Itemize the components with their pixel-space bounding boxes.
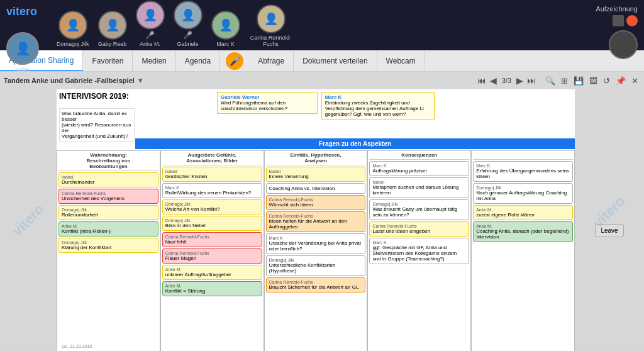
participant-2: 👤 🎤 Anke M. — [136, 1, 165, 47]
col-3: Einfälle, Hypothesen,Analysen IsabelInne… — [264, 150, 368, 351]
save-icon[interactable]: 💾 — [572, 75, 586, 86]
toolbar-webcam[interactable]: Webcam — [377, 50, 425, 71]
col-1: Wahrnehmung:Beschreibung vonBeobachtunge… — [57, 150, 160, 351]
local-user: 👤 Isabel — [6, 32, 39, 72]
sticky-carina-wuenscht: Carina Rennold-FuchsWünscht sich Ideen — [266, 195, 366, 210]
local-avatar: 👤 — [6, 32, 39, 65]
participant-4: 👤 Marc K — [211, 11, 240, 47]
sticky-domagoj-braucht: Domagoj JilkWas braucht Gaby um überhaup… — [369, 199, 469, 220]
sticky-domagoj-blick: Domagoj JilkBlick in den Nebel — [162, 216, 262, 231]
close-icon[interactable]: ✕ — [630, 75, 640, 86]
sticky-carina-sicherheit: Carina Rennold-FuchsBraucht Sicherheit f… — [266, 277, 366, 292]
sticky-marc-prokuristen: Marc KRolle/Wirkung des neuen Prokuriste… — [162, 183, 262, 198]
sticky-anke-konflikt: Anke M.Konflikt (Intra-Rollen-) — [58, 221, 158, 237]
session-label: Tandem Anke und Gabriele -Fallbeispiel — [4, 77, 135, 84]
toolbar: Application Sharing Favoriten Medien Age… — [0, 50, 644, 72]
right-panel: vitero Leave — [575, 89, 644, 351]
comment-gabriele-author: Gabriele Werner — [221, 94, 314, 100]
section-header: Fragen zu den Aspekten — [135, 138, 575, 149]
comment-gabriele: Gabriele Werner Wird Führungsthema auf d… — [217, 92, 318, 114]
col-4: Konsequenzen Marc KAuftragsklärung präzi… — [367, 150, 471, 351]
tool-icons: 🔍 ⊞ 💾 🖼 ↺ 📌 ✕ — [543, 75, 640, 86]
wb-title: INTERIVISOR 2019: — [59, 92, 129, 101]
col-2-header: Ausgelöste Gefühle,Associationen, Bilder — [162, 152, 262, 165]
sticky-anke-coaching: Anke M.Coaching Anita, danach (oder begl… — [473, 221, 573, 242]
grid-icon[interactable]: ⊞ — [559, 75, 570, 86]
mic-icon-2: 🎤 — [145, 31, 155, 40]
nav-next[interactable]: ▶ — [515, 75, 525, 86]
sticky-carina-lasst: Carina Rennold-FuchsLasst uns Ideen eing… — [369, 221, 469, 237]
nav-first[interactable]: ⏮ — [476, 75, 487, 86]
toolbar-abfrage[interactable]: Abfrage — [249, 50, 294, 71]
recording-label: Aufzeichnung — [596, 5, 638, 13]
participant-name-0: Domagoj Jilk — [57, 41, 89, 47]
col-5-header — [473, 152, 573, 160]
question-area: Was bräuchte Anita, damit es besser(wied… — [59, 108, 135, 142]
main-content: vitero vitero Leave INTERIVISOR 2019: Ga… — [0, 89, 644, 351]
dropdown-arrow[interactable]: ▼ — [137, 77, 144, 84]
local-name: Isabel — [15, 66, 30, 72]
sticky-isabel-gordisch: IsabelGordischer Knoten — [162, 167, 262, 182]
refresh-icon[interactable]: ↺ — [601, 75, 612, 86]
participants-bar: 👤 Domagoj Jilk 👤 Gaby Reeb 👤 🎤 Anke M. 👤… — [57, 1, 293, 50]
app-logo: vitero — [6, 5, 37, 18]
participant-name-2: Anke M. — [140, 41, 160, 47]
sticky-marc-erfahrung: Marc KErfahrung des Übergangenwordens se… — [473, 161, 573, 182]
avatar-1: 👤 — [98, 11, 127, 40]
stop-btn[interactable] — [613, 15, 624, 26]
sticky-carina-ideen: Carina Rennold-FuchsIdeen helfen für die… — [266, 211, 366, 232]
left-panel: vitero — [0, 89, 57, 351]
toolbar-medien[interactable]: Medien — [133, 50, 175, 71]
record-btn[interactable] — [626, 15, 638, 26]
sticky-carina-navi: Carina Rennold-FuchsNavi fehlt — [162, 232, 262, 247]
col-3-header: Einfälle, Hypothesen,Analysen — [266, 152, 366, 165]
sticky-domagoj-nach: Domagoj JilkNach genauer Auftragsklärung… — [473, 183, 573, 204]
participant-1: 👤 Gaby Reeb — [98, 11, 127, 47]
search-icon[interactable]: 🔍 — [543, 75, 557, 86]
date-stamp: Gu, 21.10.2019 — [59, 343, 94, 350]
comment-marc-top-text: Einbindung zwecks Zugehörigkeit und Verp… — [325, 100, 431, 117]
sticky-isabel-innere: IsabelInnere Verwirrung — [266, 167, 366, 182]
sticky-domagoj-unterschiedliche: Domagoj JilkUnterschiedliche Konfliktart… — [266, 255, 366, 276]
participant-3: 👤 🎤 Gabriele — [174, 1, 203, 47]
participant-5: 👤 Carina Rennold-Fuchs — [249, 4, 293, 47]
toolbar-agenda[interactable]: Agenda — [176, 50, 220, 71]
sticky-isabel-durcheinander: IsabelDurcheinander — [58, 172, 158, 187]
toolbar-dokument[interactable]: Dokument verteilen — [294, 50, 377, 71]
participant-name-3: Gabriele — [177, 41, 199, 47]
col-1-header: Wahrnehmung:Beschreibung vonBeobachtunge… — [58, 152, 158, 171]
sticky-domagoj-welche: Domagoj JilkWelche Art von Konflikt? — [162, 199, 262, 214]
sticky-anke-unklarer: Anke M.unklarer Auftrag/Auftraggeber — [162, 265, 262, 280]
camera-preview — [609, 30, 638, 59]
page-indicator: 3/3 — [499, 77, 514, 84]
nav-last[interactable]: ⏭ — [526, 75, 537, 86]
mic-button[interactable]: 🎤 — [226, 52, 243, 70]
sticky-carina-flauer: Carina Rennold-FuchsFlauer Magen — [162, 248, 262, 264]
col-5: Marc KErfahrung des Übergangenwordens se… — [471, 150, 575, 351]
image-icon[interactable]: 🖼 — [587, 75, 599, 86]
sticky-marc-auftragsklarung: Marc KAuftragsklärung präziser — [369, 161, 469, 176]
toolbar-favoriten[interactable]: Favoriten — [83, 50, 133, 71]
sticky-domagoj-rollen: Domagoj JilkRollenunklarheit — [58, 205, 158, 220]
comment-marc-top: Marc K Einbindung zwecks Zugehörigkeit u… — [321, 92, 435, 120]
avatar-4: 👤 — [211, 11, 240, 40]
recording-controls — [613, 15, 638, 26]
sub-toolbar: Tandem Anke und Gabriele -Fallbeispiel ▼… — [0, 72, 644, 89]
top-bar: vitero 👤 Isabel 👤 Domagoj Jilk 👤 Gaby Re… — [0, 0, 644, 50]
avatar-2: 👤 — [136, 1, 165, 30]
pin-icon[interactable]: 📌 — [614, 75, 628, 86]
sticky-carina-unsicherheit: Carina Rennold-FuchsUnsicherheit des Vor… — [58, 189, 158, 204]
sticky-anke-zuerst: Anke M.zuerst eigene Rolle klären — [473, 205, 573, 220]
participant-0: 👤 Domagoj Jilk — [57, 11, 89, 47]
nav-controls: ⏮ ◀ 3/3 ▶ ⏭ — [476, 75, 537, 86]
avatar-5: 👤 — [257, 4, 286, 33]
col-4-header: Konsequenzen — [369, 152, 469, 160]
avatar-0: 👤 — [58, 11, 87, 40]
whiteboard: INTERIVISOR 2019: Gabriele Werner Wird F… — [57, 89, 575, 351]
nav-prev[interactable]: ◀ — [489, 75, 498, 86]
participant-name-1: Gaby Reeb — [98, 41, 127, 47]
left-watermark: vitero — [9, 201, 48, 240]
sticky-coaching-vs: Coaching Anita vs. Intervision — [266, 183, 366, 194]
avatar-3: 👤 — [174, 1, 203, 30]
participant-name-4: Marc K — [216, 41, 235, 47]
